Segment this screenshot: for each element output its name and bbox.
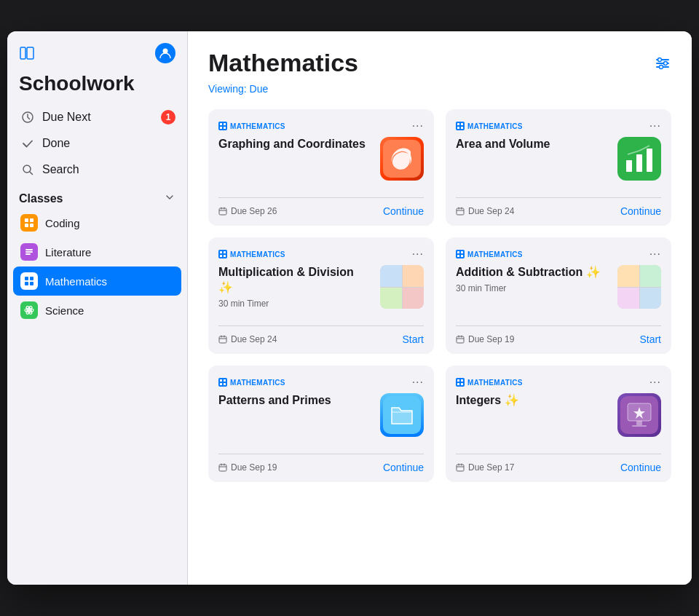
svg-rect-28 — [220, 127, 222, 129]
card-action[interactable]: Continue — [620, 462, 661, 473]
card-thumbnail — [617, 393, 661, 437]
svg-rect-60 — [461, 383, 463, 385]
card-info: Multiplication & Division ✨ 30 min Timer — [218, 265, 371, 309]
svg-rect-48 — [457, 255, 459, 257]
card-patterns: MATHEMATICS ··· Patterns and Primes — [208, 366, 434, 482]
card-subject: MATHEMATICS — [218, 378, 285, 387]
card-more-button[interactable]: ··· — [412, 119, 424, 133]
mathematics-icon — [20, 272, 38, 290]
svg-rect-11 — [25, 253, 31, 255]
app-window: Schoolwork Due Next 1 Done — [7, 31, 692, 585]
svg-rect-37 — [626, 160, 632, 172]
card-body: Graphing and Coordinates — [218, 137, 424, 191]
card-action[interactable]: Continue — [620, 205, 661, 217]
svg-rect-29 — [224, 127, 226, 129]
done-label: Done — [42, 137, 70, 150]
card-header: MATHEMATICS ··· — [218, 119, 424, 133]
literature-icon — [20, 243, 38, 261]
svg-rect-9 — [25, 249, 33, 250]
classes-section-header: Classes — [7, 183, 187, 208]
card-footer: Due Sep 24 Continue — [456, 197, 661, 226]
card-due: Due Sep 24 — [218, 334, 277, 344]
main-header: Mathematics — [208, 49, 671, 77]
mathematics-subject-icon — [456, 122, 465, 130]
card-title: Addition & Subtraction ✨ — [456, 265, 609, 280]
card-addition: MATHEMATICS ··· Addition & Subtraction ✨… — [446, 237, 671, 354]
card-title: Area and Volume — [456, 137, 609, 152]
sidebar-item-science[interactable]: Science — [13, 296, 181, 325]
svg-rect-33 — [461, 123, 463, 125]
svg-rect-38 — [636, 154, 642, 172]
card-action[interactable]: Start — [639, 333, 661, 345]
card-body: Addition & Subtraction ✨ 30 min Timer — [456, 265, 661, 320]
card-footer: Due Sep 19 Start — [456, 325, 661, 354]
card-body: Area and Volume — [456, 137, 661, 191]
nav-item-done[interactable]: Done — [13, 130, 181, 157]
sidebar-top — [7, 43, 187, 66]
card-subject: MATHEMATICS — [218, 250, 285, 258]
sidebar: Schoolwork Due Next 1 Done — [7, 31, 188, 585]
svg-rect-35 — [461, 127, 463, 129]
card-subtitle: 30 min Timer — [218, 299, 371, 309]
card-footer: Due Sep 17 Continue — [456, 454, 661, 482]
svg-rect-10 — [25, 251, 33, 253]
svg-rect-44 — [224, 255, 226, 257]
filter-icon[interactable] — [654, 55, 671, 76]
card-more-button[interactable]: ··· — [649, 119, 661, 133]
svg-rect-56 — [219, 465, 226, 471]
svg-rect-6 — [30, 218, 33, 222]
sidebar-item-coding[interactable]: Coding — [13, 208, 181, 237]
card-more-button[interactable]: ··· — [649, 248, 661, 261]
svg-rect-40 — [457, 208, 464, 215]
svg-rect-59 — [457, 383, 459, 385]
nav-item-due-next[interactable]: Due Next 1 — [13, 104, 181, 130]
card-footer: Due Sep 24 Start — [218, 325, 424, 354]
card-due: Due Sep 26 — [218, 206, 277, 216]
card-subject: MATHEMATICS — [456, 250, 523, 258]
card-body: Integers ✨ — [456, 393, 661, 448]
card-body: Patterns and Primes — [218, 393, 424, 448]
card-subject: MATHEMATICS — [218, 122, 285, 130]
card-more-button[interactable]: ··· — [649, 376, 661, 389]
app-title: Schoolwork — [7, 66, 187, 104]
card-action[interactable]: Continue — [383, 205, 424, 217]
check-icon — [20, 136, 35, 151]
search-label: Search — [42, 163, 79, 176]
svg-rect-52 — [224, 379, 226, 382]
chevron-down-icon[interactable] — [164, 191, 175, 205]
nav-item-search[interactable]: Search — [13, 157, 181, 183]
mathematics-subject-icon — [218, 378, 227, 387]
card-thumbnail — [617, 137, 661, 181]
svg-rect-50 — [457, 336, 464, 343]
search-icon — [20, 162, 35, 177]
svg-rect-42 — [224, 251, 226, 253]
card-due: Due Sep 19 — [218, 462, 277, 473]
card-info: Addition & Subtraction ✨ 30 min Timer — [456, 265, 609, 293]
card-action[interactable]: Continue — [383, 462, 424, 473]
coding-label: Coding — [45, 217, 80, 229]
sidebar-item-mathematics[interactable]: Mathematics — [13, 266, 181, 296]
svg-rect-43 — [220, 255, 222, 257]
svg-rect-27 — [224, 123, 226, 125]
mathematics-label: Mathematics — [45, 275, 107, 288]
mathematics-subject-icon — [218, 250, 227, 258]
main-content: Mathematics Viewing: Due — [188, 31, 692, 585]
card-subject: MATHEMATICS — [456, 378, 523, 387]
svg-rect-5 — [25, 218, 28, 222]
card-due: Due Sep 17 — [456, 462, 514, 473]
card-action[interactable]: Start — [402, 333, 424, 345]
sidebar-toggle-icon[interactable] — [19, 45, 35, 61]
coding-icon — [20, 214, 38, 232]
mathematics-subject-icon — [456, 378, 465, 387]
viewing-label: Viewing: Due — [208, 83, 671, 95]
svg-rect-53 — [220, 383, 222, 385]
svg-rect-64 — [632, 425, 647, 427]
card-more-button[interactable]: ··· — [412, 376, 424, 389]
svg-rect-34 — [457, 127, 459, 129]
card-more-button[interactable]: ··· — [412, 248, 424, 261]
svg-rect-58 — [461, 379, 463, 382]
card-body: Multiplication & Division ✨ 30 min Timer — [218, 265, 424, 320]
sidebar-item-literature[interactable]: Literature — [13, 237, 181, 266]
avatar[interactable] — [155, 43, 175, 63]
card-info: Area and Volume — [456, 137, 609, 155]
